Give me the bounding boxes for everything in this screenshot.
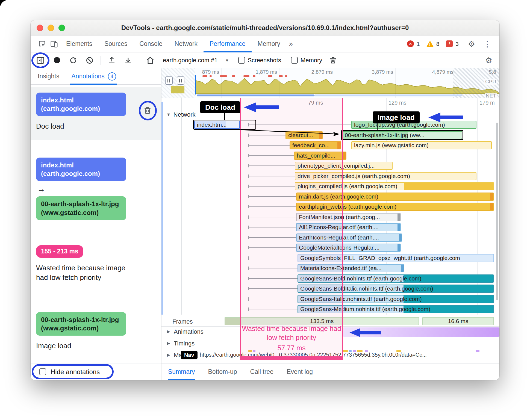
annotation-card-link[interactable]: index.html (earth.google.com) → 00-earth… bbox=[31, 152, 161, 220]
hide-annotations-row[interactable]: Hide annotations bbox=[31, 363, 161, 380]
doc-load-callout[interactable]: Doc load bbox=[200, 101, 240, 113]
error-count[interactable]: 1 bbox=[417, 41, 420, 47]
network-request-bar[interactable]: phenotype_client_compiled.j... bbox=[295, 162, 393, 170]
window-title: DevTools - earth.google.com/static/multi… bbox=[31, 24, 499, 32]
network-request-bar[interactable]: GoogleSans-Bold.nohints.ttf (earth.googl… bbox=[298, 274, 494, 283]
vertical-scrollbar[interactable] bbox=[496, 123, 498, 300]
zoom-window-button[interactable] bbox=[58, 25, 65, 31]
network-request-bar[interactable]: 00-earth-splash-1x-ltr.jpg (ww... bbox=[342, 131, 462, 139]
network-request-bar[interactable]: lazy.min.js (www.gstatic.com) bbox=[351, 141, 492, 149]
tab-memory[interactable]: Memory bbox=[252, 36, 286, 52]
issues-count[interactable]: 3 bbox=[455, 41, 459, 47]
settings-gear-icon[interactable]: ⚙ bbox=[465, 39, 478, 49]
error-icon[interactable] bbox=[407, 40, 414, 47]
details-tab-bar: Summary Bottom-up Call tree Event log bbox=[161, 363, 499, 380]
warning-icon[interactable] bbox=[426, 41, 434, 47]
network-request-bar[interactable]: GoogleSymbols_FILL_GRAD_opsz_wght.ttf (e… bbox=[298, 254, 494, 262]
delete-annotation-button[interactable] bbox=[143, 106, 152, 116]
frame-duration-bar[interactable]: 16.6 ms bbox=[422, 317, 494, 325]
doc-load-arrow-icon bbox=[243, 102, 279, 113]
tab-performance[interactable]: Performance bbox=[204, 36, 252, 52]
tab-network[interactable]: Network bbox=[169, 36, 204, 52]
network-request-bar[interactable]: hats_compile... bbox=[294, 152, 346, 160]
network-request-bar[interactable]: All1PIcons-Regular.otf (earth.... bbox=[296, 223, 401, 231]
network-request-bar[interactable]: FontManifest.json (earth.goog... bbox=[296, 213, 401, 221]
issues-icon[interactable] bbox=[446, 40, 453, 47]
target-selector[interactable]: earth.google.com #1 bbox=[163, 57, 218, 64]
reload-and-record-icon[interactable] bbox=[68, 55, 79, 66]
expand-triangle-icon[interactable]: ▶ bbox=[167, 341, 170, 346]
tab-sources[interactable]: Sources bbox=[98, 36, 133, 52]
toolbar-divider bbox=[101, 56, 101, 65]
network-request-bar[interactable]: main.dart.js (earth.google.com) bbox=[296, 193, 494, 201]
collect-garbage-icon[interactable] bbox=[328, 55, 338, 66]
trace-bound-handle-right[interactable] bbox=[177, 76, 184, 85]
network-request-bar[interactable]: feedback_co... bbox=[290, 141, 341, 149]
trace-bound-handle-left[interactable] bbox=[165, 76, 173, 85]
clear-recording-icon[interactable] bbox=[84, 55, 95, 66]
tab-console[interactable]: Console bbox=[133, 36, 168, 52]
animations-track-label[interactable]: Animations bbox=[174, 328, 204, 335]
request-queue-whisker bbox=[248, 299, 298, 299]
kebab-menu-icon[interactable]: ⋮ bbox=[481, 39, 494, 49]
annotation-card-time-range[interactable]: 155 - 213 ms Wasted time because image h… bbox=[31, 240, 161, 282]
timings-track-label[interactable]: Timings bbox=[174, 340, 195, 347]
minimap-tick-label: 1,879 ms bbox=[233, 69, 277, 75]
toggle-sidebar-icon[interactable] bbox=[35, 55, 46, 66]
network-request-bar[interactable]: EarthIcons-Regular.otf (earth.... bbox=[296, 233, 402, 242]
capture-settings-gear-icon[interactable]: ⚙ bbox=[482, 56, 495, 65]
network-request-bar[interactable]: GoogleMaterialIcons-Regular.... bbox=[296, 244, 401, 252]
annotations-sidebar: Insights Annotations 4 index.html (earth… bbox=[31, 68, 161, 380]
tab-insights[interactable]: Insights bbox=[38, 68, 59, 85]
network-section-header[interactable]: ▼ Network bbox=[166, 111, 196, 118]
nav-marker-badge[interactable]: Nav bbox=[181, 351, 198, 359]
save-profile-icon[interactable] bbox=[123, 55, 134, 66]
more-tabs-icon[interactable]: » bbox=[286, 40, 296, 48]
tab-event-log[interactable]: Event log bbox=[287, 363, 313, 380]
annotation-pill-splash-image[interactable]: 00-earth-splash-1x-ltr.jpg (www.gstatic.… bbox=[36, 196, 126, 220]
network-request-bar[interactable]: MaterialIcons-Extended.ttf (ea... bbox=[298, 264, 404, 272]
screenshots-checkbox[interactable]: Screenshots bbox=[238, 57, 281, 64]
hide-annotations-checkbox[interactable] bbox=[39, 368, 46, 375]
collapse-triangle-icon[interactable]: ▼ bbox=[166, 112, 171, 117]
net-track-label: NET bbox=[485, 93, 497, 98]
tab-summary[interactable]: Summary bbox=[168, 363, 195, 380]
checkbox-icon[interactable] bbox=[238, 57, 245, 64]
image-load-callout[interactable]: Image load bbox=[373, 111, 420, 123]
network-request-bar[interactable]: clearcut... bbox=[285, 131, 323, 139]
inspect-element-icon[interactable] bbox=[36, 38, 48, 50]
tab-call-tree[interactable]: Call tree bbox=[250, 363, 274, 380]
time-range-pill[interactable]: 155 - 213 ms bbox=[36, 245, 83, 258]
frames-track-label[interactable]: Frames bbox=[172, 318, 193, 325]
annotation-pill-splash-image[interactable]: 00-earth-splash-1x-ltr.jpg (www.gstatic.… bbox=[36, 312, 126, 336]
expand-triangle-icon[interactable]: ▶ bbox=[167, 329, 170, 334]
network-request-bar[interactable]: GoogleSans-Italic.nohints.ttf (earth.goo… bbox=[298, 295, 494, 303]
minimize-window-button[interactable] bbox=[48, 25, 54, 31]
close-window-button[interactable] bbox=[37, 25, 43, 31]
home-icon[interactable] bbox=[145, 55, 156, 66]
network-request-bar[interactable]: drive_picker_compiled.js (earth.google.c… bbox=[295, 172, 476, 180]
annotation-pill-index-html[interactable]: index.html (earth.google.com) bbox=[36, 93, 126, 116]
annotations-count-badge: 4 bbox=[108, 72, 116, 81]
network-request-bar[interactable]: plugins_compiled.js (earth.google.com) bbox=[295, 182, 494, 190]
network-request-bar[interactable]: GoogleSans-BoldItalic.nohints.ttf (earth… bbox=[298, 285, 494, 293]
tab-annotations[interactable]: Annotations 4 bbox=[71, 68, 116, 85]
warning-count[interactable]: 8 bbox=[436, 41, 440, 47]
chevron-down-icon[interactable]: ▾ bbox=[226, 57, 228, 63]
memory-checkbox[interactable]: Memory bbox=[291, 57, 322, 64]
network-request-bar[interactable]: earthplugin_web.js (earth.google.com) bbox=[296, 203, 494, 211]
network-request-bar[interactable]: GoogleSans-Medium.nohints.ttf (earth.goo… bbox=[298, 305, 494, 313]
tab-bottom-up[interactable]: Bottom-up bbox=[208, 363, 237, 380]
minimap-tick-label: 4,879 ms bbox=[410, 69, 454, 75]
device-toolbar-icon[interactable] bbox=[48, 38, 60, 50]
timeline-minimap[interactable]: 879 ms1,879 ms2,879 ms3,879 ms4,879 ms5,… bbox=[161, 68, 499, 98]
annotation-card-image-load[interactable]: 00-earth-splash-1x-ltr.jpg (www.gstatic.… bbox=[31, 307, 161, 351]
expand-triangle-icon[interactable]: ▶ bbox=[167, 353, 170, 357]
tab-elements[interactable]: Elements bbox=[60, 36, 98, 52]
annotation-pill-index-html[interactable]: index.html (earth.google.com) bbox=[36, 158, 126, 181]
load-profile-icon[interactable] bbox=[106, 55, 117, 66]
checkbox-icon[interactable] bbox=[291, 57, 298, 64]
record-button[interactable] bbox=[51, 55, 62, 66]
network-request-bar[interactable]: index.htm... bbox=[194, 121, 240, 129]
annotation-card-doc-load[interactable]: index.html (earth.google.com) Doc load bbox=[31, 87, 161, 140]
